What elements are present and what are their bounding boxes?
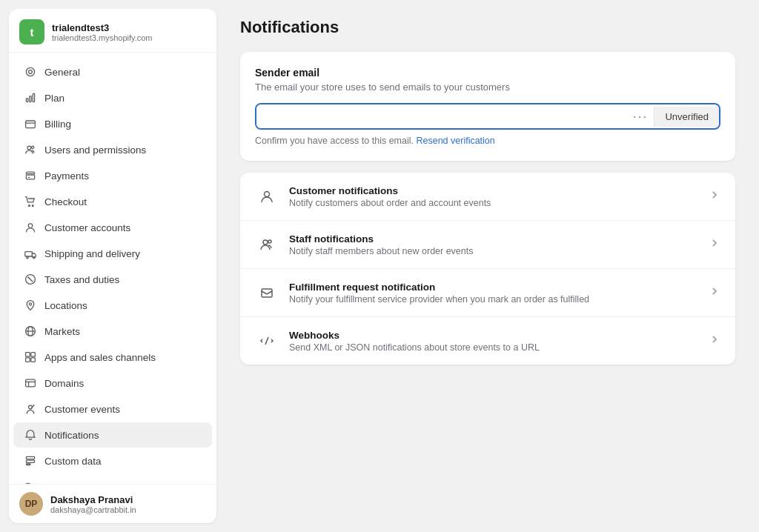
sidebar-item-users[interactable]: Users and permissions (13, 137, 212, 162)
sidebar-label-billing: Billing (44, 119, 71, 130)
customer-notifications-desc: Notify customers about order and account… (289, 198, 698, 208)
svg-point-13 (28, 224, 33, 228)
page-title: Notifications (240, 18, 735, 37)
sidebar-item-general[interactable]: General (13, 59, 212, 84)
svg-point-8 (32, 146, 34, 148)
apps-icon (24, 350, 37, 364)
svg-point-0 (26, 67, 34, 76)
sender-email-input[interactable] (256, 104, 626, 128)
user-avatar: DP (19, 492, 43, 516)
sidebar-item-billing[interactable]: Billing (13, 111, 212, 136)
email-dots-button[interactable]: ··· (626, 109, 654, 124)
customer-notifications-title: Customer notifications (289, 185, 698, 196)
markets-icon (24, 325, 37, 338)
svg-text:%: % (27, 276, 30, 280)
chevron-right-icon-2 (709, 237, 720, 252)
notifications-icon (24, 428, 37, 442)
svg-point-42 (268, 240, 271, 243)
sidebar-label-markets: Markets (44, 326, 80, 337)
customer-notifications-content: Customer notifications Notify customers … (289, 185, 698, 208)
staff-notifications-title: Staff notifications (289, 233, 698, 245)
sender-email-description: The email your store uses to send emails… (255, 82, 720, 93)
sidebar-label-notifications: Notifications (44, 430, 99, 441)
billing-icon (24, 117, 37, 130)
sidebar-item-apps[interactable]: Apps and sales channels (13, 345, 212, 370)
customer-accounts-icon (24, 221, 37, 234)
fulfillment-title: Fulfillment request notification (289, 282, 698, 293)
sidebar-item-domains[interactable]: Domains (13, 370, 212, 396)
custom-data-icon (24, 454, 37, 468)
sidebar-label-shipping: Shipping and delivery (44, 248, 140, 259)
user-info: Dakshaya Pranavi dakshaya@cartrabbit.in (50, 494, 136, 514)
sidebar-label-locations: Locations (44, 300, 87, 311)
chevron-right-icon-4 (709, 333, 720, 348)
svg-rect-25 (31, 353, 36, 357)
svg-point-11 (28, 205, 30, 207)
sidebar-label-taxes: Taxes and duties (44, 274, 119, 285)
webhooks-content: Webhooks Send XML or JSON notifications … (289, 330, 698, 353)
fulfillment-desc: Notify your fulfillment service provider… (289, 294, 698, 305)
user-email: dakshaya@cartrabbit.in (50, 505, 136, 514)
store-url: trialendtest3.myshopify.com (52, 33, 153, 42)
sidebar-item-plan[interactable]: Plan (13, 85, 212, 110)
sidebar-item-payments[interactable]: Payments (13, 163, 212, 188)
svg-point-12 (32, 205, 33, 207)
sidebar-label-apps: Apps and sales channels (44, 352, 156, 363)
webhooks-icon (255, 329, 279, 353)
svg-rect-4 (33, 93, 34, 102)
svg-rect-24 (26, 353, 30, 357)
checkout-icon (24, 195, 37, 208)
staff-notifications-item[interactable]: Staff notifications Notify staff members… (240, 221, 735, 269)
svg-point-41 (263, 240, 268, 245)
sidebar-label-custom-data: Custom data (44, 456, 102, 467)
sidebar-item-locations[interactable]: Locations (13, 293, 212, 318)
sidebar-nav: General Plan Billing Users and permissio… (9, 53, 216, 484)
sidebar-header: t trialendtest3 trialendtest3.myshopify.… (9, 9, 216, 53)
email-input-row: ··· Unverified (255, 103, 720, 130)
svg-rect-5 (26, 121, 36, 128)
sidebar-label-domains: Domains (44, 378, 84, 389)
sidebar-item-custom-data[interactable]: Custom data (13, 448, 212, 473)
svg-rect-43 (262, 289, 272, 297)
sidebar-label-users: Users and permissions (44, 144, 146, 156)
sidebar-item-notifications[interactable]: Notifications (13, 422, 212, 448)
plan-icon (24, 91, 37, 104)
sidebar-item-customer-accounts[interactable]: Customer accounts (13, 215, 212, 240)
shipping-icon (24, 247, 37, 260)
domains-icon (24, 376, 37, 390)
taxes-icon: % (24, 273, 37, 286)
svg-rect-3 (30, 96, 31, 102)
sidebar-item-languages[interactable]: Languages (13, 474, 212, 484)
sidebar-item-shipping[interactable]: Shipping and delivery (13, 241, 212, 266)
sidebar-item-taxes[interactable]: % Taxes and duties (13, 267, 212, 292)
sidebar-item-markets[interactable]: Markets (13, 319, 212, 344)
unverified-badge-button[interactable]: Unverified (654, 107, 719, 127)
staff-notifications-icon (255, 233, 279, 256)
svg-point-40 (265, 192, 270, 197)
fulfillment-item[interactable]: Fulfillment request notification Notify … (240, 269, 735, 317)
sidebar-label-plan: Plan (44, 93, 64, 104)
users-icon (24, 143, 37, 156)
chevron-right-icon (709, 189, 720, 204)
main-content: Notifications Sender email The email you… (216, 0, 759, 532)
customer-notifications-item[interactable]: Customer notifications Notify customers … (240, 173, 735, 221)
svg-rect-9 (26, 175, 34, 179)
svg-line-44 (265, 337, 268, 345)
webhooks-desc: Send XML or JSON notifications about sto… (289, 342, 698, 353)
webhooks-title: Webhooks (289, 330, 698, 341)
svg-rect-34 (26, 464, 30, 465)
sidebar-item-customer-events[interactable]: Customer events (13, 396, 212, 422)
customer-events-icon (24, 402, 37, 416)
resend-verification-link[interactable]: Resend verification (416, 136, 494, 146)
svg-rect-32 (26, 456, 34, 459)
staff-notifications-content: Staff notifications Notify staff members… (289, 233, 698, 256)
sidebar-label-payments: Payments (44, 170, 89, 182)
sidebar-footer: DP Dakshaya Pranavi dakshaya@cartrabbit.… (9, 484, 216, 523)
store-avatar: t (19, 19, 44, 44)
locations-icon (24, 299, 37, 312)
chevron-right-icon-3 (709, 285, 720, 300)
svg-rect-33 (26, 460, 34, 462)
sidebar-item-checkout[interactable]: Checkout (13, 189, 212, 214)
webhooks-item[interactable]: Webhooks Send XML or JSON notifications … (240, 317, 735, 365)
sender-email-label: Sender email (255, 67, 720, 79)
